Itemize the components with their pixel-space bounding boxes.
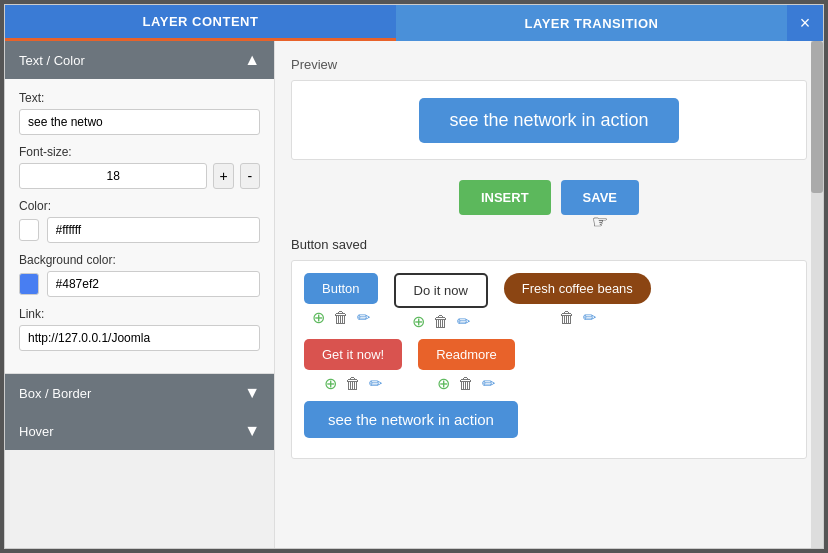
preview-label: Preview [291,57,807,72]
add-icon-2[interactable]: ⊕ [412,312,425,331]
text-label: Text: [19,91,260,105]
edit-icon-5[interactable]: ✏ [482,374,495,393]
scrollbar-thumb[interactable] [811,41,823,193]
font-size-input[interactable] [19,163,207,189]
bg-color-row: Background color: [19,253,260,297]
preview-box: see the network in action [291,80,807,160]
right-panel: Preview see the network in action INSERT… [275,41,823,548]
saved-button-1[interactable]: Button [304,273,378,304]
saved-btn-wrap-5: Readmore ⊕ 🗑 ✏ [418,339,515,393]
tab-layer-transition[interactable]: LAYER TRANSITION [396,5,787,41]
saved-button-2[interactable]: Do it now [394,273,488,308]
delete-icon-2[interactable]: 🗑 [433,313,449,331]
btn3-icons: 🗑 ✏ [559,308,596,327]
save-button[interactable]: SAVE [561,180,639,215]
buttons-row-3: see the network in action [304,401,794,438]
saved-btn-wrap-4: Get it now! ⊕ 🗑 ✏ [304,339,402,393]
saved-btn-wrap-1: Button ⊕ 🗑 ✏ [304,273,378,327]
edit-icon-3[interactable]: ✏ [583,308,596,327]
saved-btn-wrap-6: see the network in action [304,401,518,438]
font-size-plus-button[interactable]: + [213,163,233,189]
buttons-grid: Button ⊕ 🗑 ✏ Do it now ⊕ 🗑 ✏ [291,260,807,459]
scrollbar-track[interactable] [811,41,823,548]
edit-icon-1[interactable]: ✏ [357,308,370,327]
insert-button[interactable]: INSERT [459,180,551,215]
add-icon-1[interactable]: ⊕ [312,308,325,327]
saved-button-3[interactable]: Fresh coffee beans [504,273,651,304]
tab-bar: LAYER CONTENT LAYER TRANSITION × [5,5,823,41]
color-input[interactable] [47,217,260,243]
link-input[interactable] [19,325,260,351]
saved-button-5[interactable]: Readmore [418,339,515,370]
action-row: INSERT SAVE ☞ [291,180,807,215]
section-header-hover[interactable]: Hover ▼ [5,412,274,450]
edit-icon-4[interactable]: ✏ [369,374,382,393]
text-field-row: Text: [19,91,260,135]
delete-icon-4[interactable]: 🗑 [345,375,361,393]
preview-button[interactable]: see the network in action [419,98,678,143]
saved-button-6[interactable]: see the network in action [304,401,518,438]
delete-icon-3[interactable]: 🗑 [559,309,575,327]
font-size-row: Font-size: + - [19,145,260,189]
close-button[interactable]: × [787,5,823,41]
color-label: Color: [19,199,260,213]
btn4-icons: ⊕ 🗑 ✏ [324,374,382,393]
delete-icon-1[interactable]: 🗑 [333,309,349,327]
chevron-down-icon-hover: ▼ [244,422,260,440]
left-panel: Text / Color ▲ Text: Font-size: + - [5,41,275,548]
edit-icon-2[interactable]: ✏ [457,312,470,331]
main-dialog: LAYER CONTENT LAYER TRANSITION × Text / … [4,4,824,549]
buttons-row-2: Get it now! ⊕ 🗑 ✏ Readmore ⊕ 🗑 ✏ [304,339,794,393]
dialog-body: Text / Color ▲ Text: Font-size: + - [5,41,823,548]
saved-btn-wrap-3: Fresh coffee beans 🗑 ✏ [504,273,651,327]
font-size-minus-button[interactable]: - [240,163,260,189]
section-label-box-border: Box / Border [19,386,91,401]
add-icon-5[interactable]: ⊕ [437,374,450,393]
delete-icon-5[interactable]: 🗑 [458,375,474,393]
bg-color-swatch[interactable] [19,273,39,295]
button-saved-label: Button saved [291,237,367,252]
btn5-icons: ⊕ 🗑 ✏ [437,374,495,393]
section-header-text-color[interactable]: Text / Color ▲ [5,41,274,79]
chevron-up-icon: ▲ [244,51,260,69]
buttons-row-1: Button ⊕ 🗑 ✏ Do it now ⊕ 🗑 ✏ [304,273,794,331]
bg-color-input[interactable] [47,271,260,297]
saved-button-4[interactable]: Get it now! [304,339,402,370]
saved-btn-wrap-2: Do it now ⊕ 🗑 ✏ [394,273,488,331]
bg-color-label: Background color: [19,253,260,267]
add-icon-4[interactable]: ⊕ [324,374,337,393]
font-size-label: Font-size: [19,145,260,159]
section-label-hover: Hover [19,424,54,439]
link-row: Link: [19,307,260,351]
section-content-text-color: Text: Font-size: + - Color: [5,79,274,374]
color-swatch[interactable] [19,219,39,241]
btn2-icons: ⊕ 🗑 ✏ [412,312,470,331]
cursor-icon: ☞ [592,211,608,233]
section-header-box-border[interactable]: Box / Border ▼ [5,374,274,412]
btn1-icons: ⊕ 🗑 ✏ [312,308,370,327]
text-input[interactable] [19,109,260,135]
section-label-text-color: Text / Color [19,53,85,68]
chevron-down-icon-box: ▼ [244,384,260,402]
tab-layer-content[interactable]: LAYER CONTENT [5,5,396,41]
link-label: Link: [19,307,260,321]
color-row: Color: [19,199,260,243]
